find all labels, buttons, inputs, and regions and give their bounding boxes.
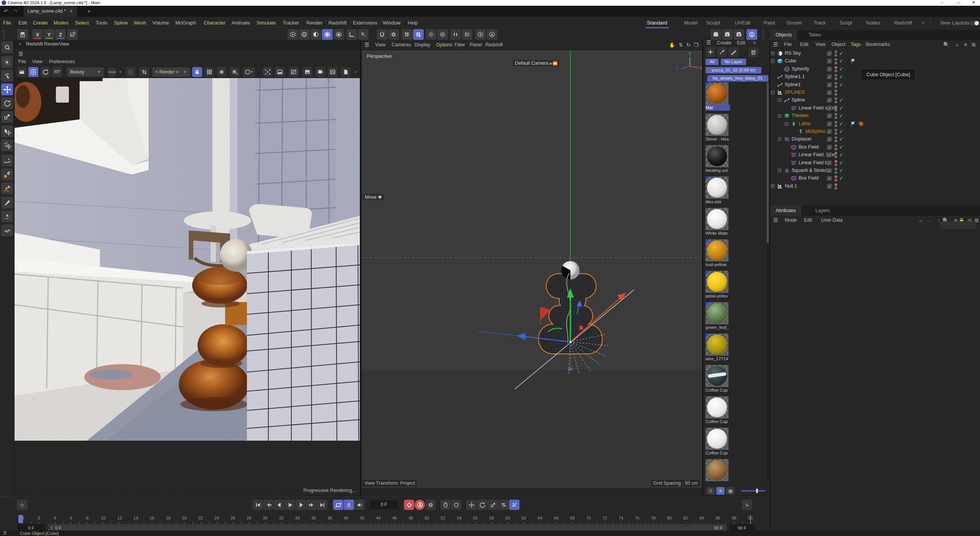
visible-render-dot[interactable] — [835, 163, 837, 166]
material-thumbnail-wood[interactable] — [706, 459, 728, 481]
move-tool[interactable] — [1, 83, 13, 95]
edit-toggle-icon[interactable] — [827, 121, 832, 126]
vp-menu-display[interactable]: Display — [415, 42, 430, 47]
rv-refresh-button[interactable] — [41, 67, 51, 77]
maximize-button[interactable]: □ — [957, 0, 960, 5]
coordinate-system-button[interactable] — [67, 29, 78, 40]
edit-toggle-icon[interactable] — [827, 137, 832, 142]
tree-label[interactable]: Box Field — [799, 175, 818, 181]
rv-menu-view[interactable]: View — [32, 59, 42, 64]
mat-menu-edit[interactable]: Edit — [737, 40, 745, 46]
tree-label[interactable]: Box Field — [799, 144, 818, 150]
expand-icon[interactable]: + — [771, 185, 774, 188]
visible-editor-dot[interactable] — [835, 66, 837, 69]
add-layout-button[interactable]: + — [922, 20, 925, 26]
enabled-check-icon[interactable]: ✓ — [839, 129, 843, 134]
edit-toggle-icon[interactable] — [827, 176, 832, 181]
menu-redshift[interactable]: Redshift — [328, 20, 347, 26]
edit-toggle-icon[interactable] — [827, 98, 832, 103]
rv-checker-button[interactable] — [126, 67, 136, 77]
rotate-tool[interactable] — [1, 97, 13, 109]
material-thumbnail-coffee-cup[interactable] — [706, 365, 728, 387]
layout-tab-redshift[interactable]: Redshift — [894, 20, 912, 26]
tree-label[interactable]: Cube — [785, 58, 796, 64]
quantize-button[interactable] — [402, 29, 412, 40]
record-types-position-button[interactable] — [440, 500, 451, 510]
collapse-icon[interactable]: − — [778, 98, 781, 102]
tree-row-splines[interactable]: −SPLiNES — [770, 89, 980, 96]
enabled-check-icon[interactable]: ✓ — [839, 121, 843, 127]
team-render-button[interactable] — [746, 29, 757, 40]
rv-crop-button[interactable] — [139, 67, 149, 77]
menu-extensions[interactable]: Extensions — [353, 20, 377, 26]
layout-tab-nodes[interactable]: Nodes — [866, 20, 880, 26]
rv-save-image-button[interactable] — [341, 67, 351, 77]
material-thumbnail-white-mate[interactable] — [706, 208, 728, 230]
playhead[interactable] — [18, 515, 23, 523]
enabled-check-icon[interactable]: ✓ — [839, 160, 843, 166]
visible-editor-dot[interactable] — [835, 183, 837, 186]
rv-channel-button[interactable]: RGB — [107, 67, 117, 77]
tree-row-thicken[interactable]: −Thicken✓ — [770, 112, 980, 120]
menu-animate[interactable]: Animate — [232, 20, 250, 26]
next-key-button[interactable] — [306, 500, 317, 510]
fcurve-button[interactable]: ↳ — [742, 500, 752, 510]
edit-toggle-icon[interactable] — [827, 67, 832, 72]
visible-render-dot[interactable] — [835, 140, 837, 142]
rv-freeze-button[interactable] — [217, 67, 227, 77]
record-types-rotation-button[interactable] — [451, 500, 461, 510]
key-position-button[interactable] — [466, 500, 477, 510]
viewport-view-label[interactable]: Perspective — [365, 53, 394, 59]
rv-channel-dropdown-arrow[interactable]: ▼ — [119, 70, 122, 74]
enabled-check-icon[interactable]: ✓ — [839, 105, 843, 111]
attr-menu-mode[interactable]: Mode — [785, 217, 797, 223]
vp-menu-cameras[interactable]: Cameras — [392, 42, 411, 47]
close-tab-icon[interactable]: ✕ — [69, 9, 73, 13]
visible-render-dot[interactable] — [835, 116, 837, 119]
material-thumbnail-bud-yellow[interactable] — [706, 239, 728, 261]
tree-row-box-field[interactable]: Box Field✓ — [770, 144, 980, 151]
visible-render-dot[interactable] — [835, 77, 837, 80]
edit-toggle-icon[interactable] — [827, 59, 832, 64]
close-button[interactable]: ✕ — [972, 0, 975, 5]
make-editable-button[interactable] — [287, 29, 298, 40]
viewport-menu-icon[interactable]: ☰ — [364, 42, 369, 48]
mat-menu-create[interactable]: Create — [717, 40, 732, 46]
tree-row-cube[interactable]: −Cube✓ — [770, 57, 980, 65]
close-panel-icon[interactable]: ✕ — [18, 42, 21, 46]
rv-region-dropdown[interactable] — [243, 67, 255, 77]
axis-mode-button[interactable] — [346, 29, 357, 40]
edit-toggle-icon[interactable] — [827, 184, 832, 189]
tree-label[interactable]: Lathe — [799, 121, 810, 126]
tab-layers[interactable]: Layers — [810, 206, 835, 216]
find-tool[interactable] — [1, 41, 13, 53]
menu-edit[interactable]: Edit — [18, 20, 27, 26]
material-thumbnail-coffee-cup[interactable] — [706, 396, 728, 418]
viewport-canvas[interactable]: Y X Z PerspectiveDefault Camera ▶⏪Move ✚… — [361, 50, 702, 487]
menu-render[interactable]: Render — [306, 20, 323, 26]
record-keyframe-button[interactable] — [404, 500, 414, 510]
mat-view-list-icon[interactable]: ☰ — [706, 487, 715, 495]
objects-popout-icon[interactable]: ⧉ — [972, 42, 975, 48]
material-thumbnail-stove-hea[interactable] — [706, 114, 728, 136]
objects-filter-icon[interactable]: ≡ — [964, 42, 967, 47]
enabled-check-icon[interactable]: ✓ — [839, 66, 843, 72]
material-thumbnail-petal-yellov[interactable] — [706, 271, 728, 293]
menu-mograph[interactable]: MoGraph — [175, 20, 196, 26]
material-thumbnail-heating-uni[interactable] — [706, 145, 728, 167]
rv-alpha-button[interactable] — [289, 67, 299, 77]
falloff-button[interactable] — [426, 29, 436, 40]
attributes-menu-icon[interactable]: ☰ — [773, 217, 778, 223]
rv-snapshot-add-button[interactable] — [315, 67, 325, 77]
tree-label[interactable]: Displacer — [792, 136, 812, 142]
visible-editor-dot[interactable] — [835, 90, 837, 92]
menu-window[interactable]: Window — [383, 20, 400, 26]
material-label[interactable]: petal-yellov — [706, 293, 730, 299]
material-add-button[interactable] — [706, 47, 715, 57]
layout-tab-uvedit[interactable]: UVEdit — [735, 20, 750, 26]
tree-label[interactable]: Linear Field big — [799, 160, 831, 165]
material-thumbnail-green-leaf-[interactable] — [706, 302, 728, 324]
attr-menu-userdata[interactable]: User Data — [821, 217, 843, 223]
rv-toolbar-overflow[interactable]: » — [354, 69, 357, 74]
rv-menu-file[interactable]: File — [18, 59, 26, 64]
